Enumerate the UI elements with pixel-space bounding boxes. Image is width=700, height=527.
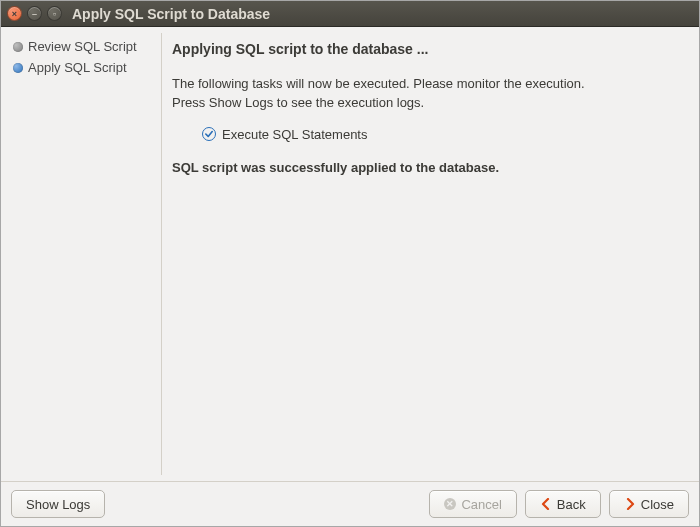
check-circle-icon	[202, 127, 216, 141]
success-message: SQL script was successfully applied to t…	[172, 160, 681, 175]
button-bar: Show Logs ✕ Cancel Back Close	[1, 481, 699, 526]
titlebar: × – ▫ Apply SQL Script to Database	[1, 1, 699, 27]
chevron-left-icon	[540, 498, 552, 510]
dialog-body: Review SQL Script Apply SQL Script Apply…	[1, 27, 699, 481]
page-heading: Applying SQL script to the database ...	[172, 41, 681, 57]
wizard-sidebar: Review SQL Script Apply SQL Script	[1, 27, 161, 481]
maximize-window-icon[interactable]: ▫	[47, 6, 62, 21]
minimize-window-icon[interactable]: –	[27, 6, 42, 21]
back-button[interactable]: Back	[525, 490, 601, 518]
step-bullet-icon	[13, 63, 23, 73]
dialog-window: × – ▫ Apply SQL Script to Database Revie…	[0, 0, 700, 527]
cancel-icon: ✕	[444, 498, 456, 510]
window-controls: × – ▫	[7, 6, 62, 21]
close-button[interactable]: Close	[609, 490, 689, 518]
wizard-step-apply: Apply SQL Script	[13, 60, 153, 75]
description-line: Press Show Logs to see the execution log…	[172, 95, 424, 110]
button-label: Cancel	[461, 497, 501, 512]
step-bullet-icon	[13, 42, 23, 52]
window-title: Apply SQL Script to Database	[72, 6, 693, 22]
main-panel: Applying SQL script to the database ... …	[162, 27, 699, 481]
button-label: Close	[641, 497, 674, 512]
cancel-button: ✕ Cancel	[429, 490, 516, 518]
button-label: Back	[557, 497, 586, 512]
wizard-step-label: Apply SQL Script	[28, 60, 127, 75]
task-label: Execute SQL Statements	[222, 127, 367, 142]
description-text: The following tasks will now be executed…	[172, 75, 681, 113]
show-logs-button[interactable]: Show Logs	[11, 490, 105, 518]
close-window-icon[interactable]: ×	[7, 6, 22, 21]
wizard-step-label: Review SQL Script	[28, 39, 137, 54]
chevron-right-icon	[624, 498, 636, 510]
task-row: Execute SQL Statements	[202, 127, 681, 142]
button-label: Show Logs	[26, 497, 90, 512]
wizard-step-review: Review SQL Script	[13, 39, 153, 54]
description-line: The following tasks will now be executed…	[172, 76, 585, 91]
